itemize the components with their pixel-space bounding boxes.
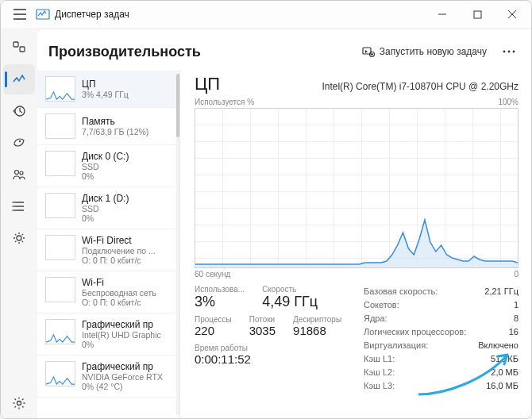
metric-uptime-value: 0:00:11:52 bbox=[195, 352, 348, 366]
spec-key: Сокетов: bbox=[364, 298, 399, 312]
nav-settings[interactable] bbox=[3, 388, 35, 418]
perf-item-sub2: 0% bbox=[82, 213, 173, 223]
spec-value: 512 КБ bbox=[491, 352, 519, 366]
perf-item-sub: SSD bbox=[82, 204, 173, 213]
spec-row: Логических процессоров:16 bbox=[364, 325, 519, 339]
perf-list-item[interactable]: ЦП3% 4,49 ГГц bbox=[37, 71, 179, 108]
metric-handles-label: Дескрипторы bbox=[293, 315, 341, 324]
chart-x-left: 60 секунд bbox=[195, 270, 230, 279]
perf-thumb bbox=[45, 277, 75, 302]
nav-sidebar bbox=[1, 28, 37, 418]
scrollbar[interactable] bbox=[176, 74, 179, 415]
svg-point-17 bbox=[513, 51, 515, 53]
nav-processes[interactable] bbox=[3, 33, 35, 63]
perf-thumb bbox=[45, 361, 75, 386]
metric-speed-label: Скорость bbox=[262, 285, 318, 294]
metric-usage-label: Использова... bbox=[195, 285, 245, 294]
page-title: Производительность bbox=[48, 44, 201, 60]
perf-list-item[interactable]: Диск 0 (C:)SSD0% bbox=[37, 145, 179, 187]
spec-row: Кэш L3:16,0 МБ bbox=[364, 379, 519, 393]
spec-row: Сокетов:1 bbox=[364, 298, 519, 312]
more-options-button[interactable] bbox=[496, 40, 522, 63]
minimize-button[interactable] bbox=[425, 1, 460, 28]
svg-rect-3 bbox=[20, 47, 25, 52]
metric-processes-value: 220 bbox=[195, 324, 232, 337]
app-title: Диспетчер задач bbox=[55, 9, 129, 20]
hamburger-menu-button[interactable] bbox=[6, 1, 34, 28]
svg-rect-2 bbox=[13, 42, 18, 47]
spec-key: Логических процессоров: bbox=[364, 325, 466, 339]
maximize-button[interactable] bbox=[460, 1, 495, 28]
perf-list-item[interactable]: Wi-Fi DirectПодключение по ...О: 0 П: 0 … bbox=[37, 229, 179, 271]
perf-item-name: Графический пр bbox=[82, 319, 173, 330]
perf-item-sub2: О: 0 П: 0 кбит/с bbox=[82, 256, 173, 265]
svg-point-10 bbox=[13, 210, 14, 211]
chart-y-label: Используется % bbox=[195, 98, 254, 106]
svg-point-5 bbox=[19, 140, 21, 142]
perf-item-sub: Intel(R) UHD Graphic bbox=[82, 330, 173, 340]
spec-value: 2,0 МБ bbox=[491, 366, 519, 379]
spec-value: 16 bbox=[509, 325, 519, 339]
svg-point-15 bbox=[503, 51, 506, 53]
svg-point-7 bbox=[20, 171, 23, 175]
spec-key: Кэш L1: bbox=[364, 352, 395, 366]
svg-rect-1 bbox=[474, 11, 481, 18]
perf-item-sub2: О: 0 П: 0 кбит/с bbox=[82, 298, 173, 307]
perf-list-item[interactable]: Wi-FiБеспроводная сетьО: 0 П: 0 кбит/с bbox=[37, 271, 179, 313]
nav-performance[interactable] bbox=[3, 64, 35, 94]
perf-item-sub2: 0% (42 °C) bbox=[82, 382, 173, 391]
svg-point-16 bbox=[508, 51, 511, 53]
nav-history[interactable] bbox=[3, 96, 35, 126]
spec-row: Виртуализация:Включено bbox=[364, 339, 519, 352]
spec-value: Включено bbox=[478, 339, 519, 352]
perf-list-item[interactable]: Графический прIntel(R) UHD Graphic0% bbox=[37, 313, 179, 356]
perf-thumb bbox=[45, 151, 75, 176]
detail-pane: ЦП Intel(R) Core(TM) i7-10870H CPU @ 2.2… bbox=[180, 71, 531, 418]
detail-model: Intel(R) Core(TM) i7-10870H CPU @ 2.20GH… bbox=[322, 81, 519, 92]
nav-users[interactable] bbox=[3, 160, 35, 190]
spec-key: Виртуализация: bbox=[364, 339, 428, 352]
scroll-thumb[interactable] bbox=[176, 74, 179, 137]
metric-threads-label: Потоки bbox=[249, 315, 276, 324]
spec-key: Базовая скорость: bbox=[364, 285, 438, 298]
perf-item-sub: 7,7/63,9 ГБ (12%) bbox=[82, 127, 173, 136]
spec-key: Ядра: bbox=[364, 312, 387, 325]
spec-row: Базовая скорость:2,21 ГГц bbox=[364, 285, 519, 298]
svg-point-12 bbox=[17, 402, 21, 406]
metric-processes-label: Процессы bbox=[195, 315, 232, 324]
spec-value: 16,0 МБ bbox=[486, 379, 519, 393]
perf-item-sub: NVIDIA GeForce RTX bbox=[82, 372, 173, 382]
cpu-usage-chart bbox=[195, 108, 519, 268]
run-new-task-button[interactable]: Запустить новую задачу bbox=[356, 42, 493, 61]
perf-thumb bbox=[45, 76, 75, 102]
spec-row: Ядра:8 bbox=[364, 312, 519, 325]
nav-startup[interactable] bbox=[3, 128, 35, 158]
detail-title: ЦП bbox=[195, 74, 220, 94]
chart-x-right: 0 bbox=[514, 270, 519, 279]
perf-item-name: Диск 0 (C:) bbox=[82, 151, 173, 162]
spec-value: 1 bbox=[514, 298, 519, 312]
metric-speed-value: 4,49 ГГц bbox=[262, 294, 318, 310]
svg-point-11 bbox=[17, 236, 21, 240]
nav-services[interactable] bbox=[3, 223, 35, 253]
spec-value: 2,21 ГГц bbox=[484, 285, 519, 298]
perf-item-name: ЦП bbox=[82, 79, 173, 90]
perf-list-item[interactable]: Графический прNVIDIA GeForce RTX0% (42 °… bbox=[37, 356, 179, 398]
metric-uptime-label: Время работы bbox=[195, 344, 348, 352]
perf-list-item[interactable]: Память7,7/63,9 ГБ (12%) bbox=[37, 108, 179, 145]
perf-item-name: Диск 1 (D:) bbox=[82, 193, 173, 204]
run-task-icon bbox=[362, 45, 375, 58]
svg-point-6 bbox=[15, 171, 19, 175]
perf-item-sub: SSD bbox=[82, 162, 173, 171]
spec-key: Кэш L2: bbox=[364, 366, 395, 379]
perf-list-item[interactable]: Диск 1 (D:)SSD0% bbox=[37, 187, 179, 229]
perf-item-sub: Беспроводная сеть bbox=[82, 288, 173, 298]
close-button[interactable] bbox=[495, 1, 530, 28]
nav-details[interactable] bbox=[3, 191, 35, 221]
spec-row: Кэш L1:512 КБ bbox=[364, 352, 519, 366]
perf-item-sub2: 0% bbox=[82, 340, 173, 349]
perf-thumb bbox=[45, 235, 75, 260]
perf-thumb bbox=[45, 193, 75, 218]
svg-point-9 bbox=[13, 206, 14, 207]
metric-handles-value: 91868 bbox=[293, 324, 341, 337]
